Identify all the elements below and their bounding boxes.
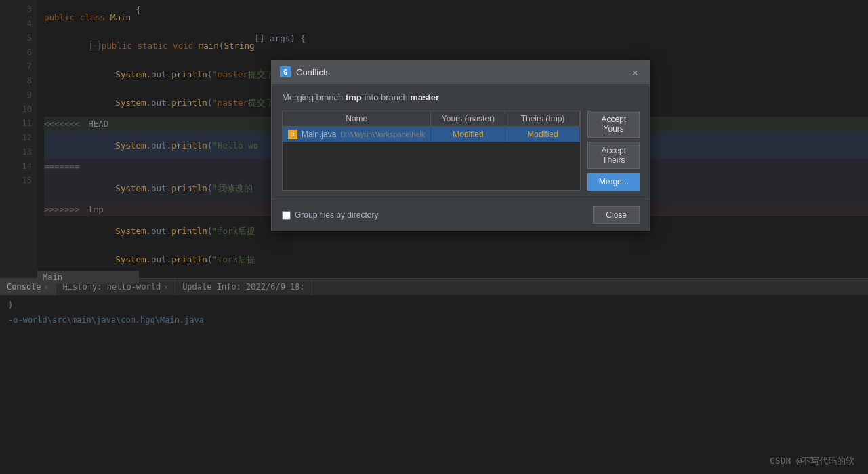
close-button[interactable]: Close [593,206,640,224]
th-name: Name [283,111,431,126]
checkbox-group: Group files by directory [282,210,378,220]
td-yours: Modified [431,127,505,142]
dialog-main: Name Yours (master) Theirs (tmp) J Main.… [282,111,640,191]
merge-info: Merging branch tmp into branch master [282,92,640,102]
accept-theirs-button[interactable]: Accept Theirs [587,142,640,169]
footer-right: Close [593,206,640,224]
conflicts-dialog: G Conflicts ✕ Merging branch tmp into br… [271,60,650,231]
merge-button[interactable]: Merge... [587,173,640,191]
dialog-footer: Group files by directory Close [272,199,650,231]
table-row[interactable]: J Main.java D:\MayunWorkspace\helk Modif… [283,127,580,142]
td-theirs: Modified [505,127,580,142]
group-files-checkbox[interactable] [282,211,291,220]
dialog-title-bar: G Conflicts ✕ [272,60,650,84]
dialog-icon: G [280,66,291,77]
group-files-label: Group files by directory [295,210,378,220]
action-buttons: Accept Yours Accept Theirs Merge... [587,111,640,191]
dialog-title-left: G Conflicts [280,66,330,77]
file-table: Name Yours (master) Theirs (tmp) J Main.… [282,111,581,191]
td-name: J Main.java D:\MayunWorkspace\helk [283,127,431,142]
file-name: Main.java [302,130,336,139]
dialog-body: Merging branch tmp into branch master Na… [272,84,650,199]
dialog-title-text: Conflicts [296,67,330,77]
table-header: Name Yours (master) Theirs (tmp) [283,111,580,127]
table-body: J Main.java D:\MayunWorkspace\helk Modif… [283,127,580,190]
th-yours: Yours (master) [431,111,505,126]
file-icon: J [288,130,297,139]
th-theirs: Theirs (tmp) [505,111,580,126]
dialog-close-icon[interactable]: ✕ [628,65,642,79]
accept-yours-button[interactable]: Accept Yours [587,111,640,138]
file-path: D:\MayunWorkspace\helk [340,130,425,138]
